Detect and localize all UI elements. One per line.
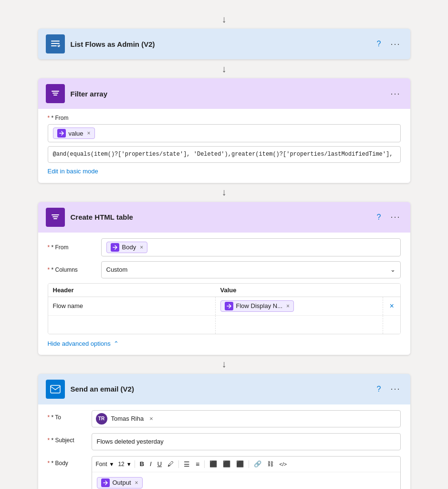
create-html-table-body: * * From Body × [38,233,410,355]
list-flows-more-button[interactable]: ··· [388,37,402,51]
list-unordered-button[interactable]: ≡ [194,459,201,469]
send-email-icon [46,380,65,399]
remove-row-cell-1: × [383,297,400,315]
from-label: * * From [48,115,401,121]
recipient-field[interactable]: TR Tomas Riha × [92,410,401,427]
body-editor: Font ▼ 12 ▼ B I U 🖊 ☰ ≡ [92,456,401,489]
list-ordered-button[interactable]: ☰ [182,459,192,469]
columns-row: * * Columns Custom ⌄ [48,261,401,278]
columns-row-field: Custom ⌄ [101,261,401,278]
token-remove-button[interactable]: × [87,130,91,137]
edit-basic-mode-link[interactable]: Edit in basic mode [48,168,98,175]
from-row-label: * * From [48,244,95,251]
filter-array-more-button[interactable]: ··· [388,87,402,101]
subject-row: * * Subject Flows deleted yesterday [48,433,401,450]
toolbar-sep-4 [249,460,249,468]
link-button[interactable]: 🔗 [252,459,263,468]
list-flows-title: List Flows as Admin (V2) [71,40,369,48]
columns-row-label: * * Columns [48,266,95,273]
flow-display-token-icon [225,302,233,310]
align-left-button[interactable]: ⬛ [208,459,219,468]
create-html-table-title: Create HTML table [71,213,369,221]
filter-array-card: Filter array ··· * * From value × [38,78,410,183]
arrow-1: ↓ [222,59,227,78]
formula-input[interactable]: @and(equals(item()?['properties/state'],… [48,146,401,163]
send-email-actions: ? ··· [375,382,403,396]
html-button[interactable]: </> [277,460,289,468]
list-flows-card: List Flows as Admin (V2) ? ··· [38,29,410,59]
body-row: * * Body Font ▼ 12 ▼ B I U 🖊 [48,456,401,489]
recipient-remove[interactable]: × [149,415,153,422]
output-token-remove[interactable]: × [135,479,138,486]
header-cell-1[interactable]: Flow name [48,297,216,315]
from-row-field: Body × [101,238,401,256]
font-dropdown-icon[interactable]: ▼ [109,461,115,467]
value-cell-1[interactable]: Flow Display N... × [216,297,383,315]
subject-input[interactable]: Flows deleted yesterday [92,433,401,450]
flow-display-token-remove[interactable]: × [286,303,290,309]
send-email-body: * * To TR Tomas Riha × * * Subject [38,404,410,489]
to-label: * * To [48,410,86,421]
create-html-table-card: Create HTML table ? ··· * * From [38,202,410,355]
unlink-button[interactable]: ⛓ [265,459,275,468]
body-token-remove[interactable]: × [140,244,143,251]
create-html-table-help-button[interactable]: ? [375,211,383,223]
create-html-table-header: Create HTML table ? ··· [38,202,410,233]
arrow-3: ↓ [222,355,227,374]
value-cell-2[interactable] [216,316,383,334]
list-flows-help-button[interactable]: ? [375,38,383,50]
remove-row-cell-2 [383,316,400,334]
svg-rect-4 [51,385,60,393]
toolbar-sep-2 [178,460,179,468]
send-email-title: Send an email (V2) [71,385,369,393]
flow-canvas: ↓ List Flows as Admin (V2) ? ··· ↓ [10,10,438,489]
filter-array-body: * * From value × @and(equals(item()?['pr… [38,109,410,183]
header-cell-2[interactable] [48,316,216,334]
size-select[interactable]: 12 [118,461,124,468]
columns-chevron-icon: ⌄ [390,266,396,273]
body-content[interactable]: Output × [92,472,400,489]
size-dropdown-icon[interactable]: ▼ [126,461,132,467]
create-html-table-more-button[interactable]: ··· [388,210,402,224]
bold-button[interactable]: B [138,459,146,468]
body-label: * * Body [48,456,86,467]
columns-select[interactable]: Custom ⌄ [101,261,401,278]
underline-button[interactable]: U [156,459,164,468]
to-field: TR Tomas Riha × [92,410,401,427]
create-html-table-actions: ? ··· [375,210,403,224]
list-flows-header: List Flows as Admin (V2) ? ··· [38,29,410,59]
align-right-button[interactable]: ⬛ [234,459,246,468]
font-select[interactable]: Font [96,461,107,468]
body-token: Body × [106,242,148,253]
output-token: Output × [97,477,143,489]
body-field: Font ▼ 12 ▼ B I U 🖊 ☰ ≡ [92,456,401,489]
toolbar-sep-3 [204,460,205,468]
chevron-up-icon: ⌃ [114,340,119,347]
send-email-card: Send an email (V2) ? ··· * * To TR Tomas… [38,374,410,489]
send-email-header: Send an email (V2) ? ··· [38,374,410,404]
filter-array-icon [46,84,65,103]
body-token-icon [111,243,119,252]
table-row: Flow name Flow Display N... × [48,297,400,316]
send-email-more-button[interactable]: ··· [388,382,402,396]
subject-label: * * Subject [48,433,86,444]
to-row: * * To TR Tomas Riha × [48,410,401,427]
align-center-button[interactable]: ⬛ [221,459,232,468]
recipient-avatar: TR [96,413,107,425]
toolbar-sep-1 [135,460,135,468]
output-token-icon [101,478,110,487]
from-token-input[interactable]: value × [48,124,401,142]
highlight-button[interactable]: 🖊 [166,459,176,468]
header-value-table: Header Value Flow name [48,283,401,334]
send-email-help-button[interactable]: ? [375,383,383,395]
actions-col [383,284,400,297]
list-flows-icon [46,34,65,53]
italic-button[interactable]: I [148,459,154,468]
hide-advanced-options[interactable]: Hide advanced options ⌃ [48,340,401,347]
body-toolbar: Font ▼ 12 ▼ B I U 🖊 ☰ ≡ [92,457,400,472]
remove-row-button-1[interactable]: × [388,300,396,312]
svg-rect-0 [51,41,60,42]
html-from-token-input[interactable]: Body × [101,238,401,256]
subject-field: Flows deleted yesterday [92,433,401,450]
token-icon [57,129,66,138]
